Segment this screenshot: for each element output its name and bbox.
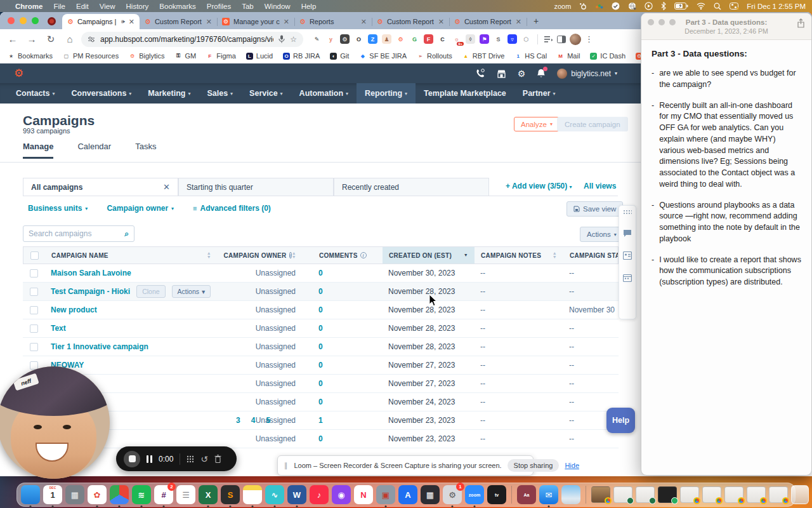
drag-dots-icon[interactable] [623, 210, 632, 215]
row-checkbox[interactable] [23, 301, 44, 319]
dock-app-freeform[interactable]: ∿ [265, 485, 284, 504]
analyze-button[interactable]: Analyze▾ [514, 117, 560, 131]
control-center-icon[interactable] [730, 3, 738, 10]
column-header-c-own[interactable]: CAMPAIGN OWNERi▲▼ [218, 247, 313, 264]
save-view-button[interactable]: Save view [566, 201, 623, 217]
menu-item-history[interactable]: History [126, 3, 149, 10]
address-bar[interactable]: app.hubspot.com/marketing/1976760/campai… [81, 32, 303, 47]
notes-titlebar[interactable]: Part 3 - Data questions: December 1, 202… [641, 13, 811, 40]
dock-app-podcasts[interactable]: ◉ [332, 485, 351, 504]
gather-extension-icon[interactable]: ♟ [382, 34, 391, 44]
nav-service[interactable]: Service▾ [241, 83, 291, 104]
row-checkbox[interactable] [23, 264, 44, 282]
filter-campaign-owner[interactable]: Campaign owner▾ [107, 204, 174, 213]
grid-icon[interactable] [187, 455, 194, 463]
dock-app-launchpad[interactable]: ▦ [65, 485, 84, 504]
reload-button[interactable]: ↻ [43, 34, 58, 45]
checkbox[interactable] [30, 361, 38, 370]
nav-automation[interactable]: Automation▾ [291, 83, 357, 104]
help-button[interactable]: Help [606, 408, 635, 433]
campaign-name-link[interactable]: Tier 1 Innovative campaign [51, 342, 148, 351]
minimized-window-photo[interactable] [591, 486, 610, 503]
minimized-window-excel-sheet[interactable] [636, 486, 655, 503]
nav-conversations[interactable]: Conversations▾ [63, 83, 140, 104]
mic-icon[interactable] [278, 35, 285, 43]
table-row[interactable]: Maison Sarah LavoineUnassigned0November … [23, 264, 619, 283]
bookmark-lucid[interactable]: LLucid [246, 52, 273, 60]
bookmark-hs-cal[interactable]: 1HS Cal [514, 52, 547, 60]
checkbox[interactable] [30, 269, 38, 277]
comments-link[interactable]: 0 [318, 287, 323, 296]
minimized-window-chrome-page[interactable] [680, 486, 699, 503]
pause-button[interactable] [147, 455, 152, 463]
chrome-menu-icon[interactable]: ⋮ [585, 34, 594, 44]
comments-link[interactable]: 0 [318, 342, 323, 351]
search-campaigns-input[interactable]: Search campaigns ⌕ [23, 225, 134, 242]
figma-extension-icon[interactable]: F [424, 34, 433, 44]
checkbox[interactable] [30, 324, 38, 333]
actions-button[interactable]: Actions▾ [580, 227, 624, 242]
campaign-name-link[interactable]: Maison Sarah Lavoine [51, 269, 131, 277]
browser-tab-3[interactable]: ⚙Reports✕ [294, 14, 372, 29]
hubspot-logo-icon[interactable]: ⚙ [14, 67, 23, 80]
menu-item-tab[interactable]: Tab [242, 3, 254, 10]
nav-sales[interactable]: Sales▾ [199, 83, 241, 104]
tab-close-icon[interactable]: ✕ [438, 18, 444, 26]
dock-app-news[interactable]: N [354, 485, 373, 504]
site-settings-icon[interactable] [88, 36, 95, 43]
close-view-icon[interactable]: ✕ [163, 182, 170, 192]
comments-link[interactable]: 0 [318, 434, 323, 443]
dock-app-finder[interactable] [21, 485, 40, 504]
trash-icon[interactable] [791, 485, 809, 504]
window-controls[interactable] [5, 12, 43, 29]
nav-template-marketplace[interactable]: Template Marketplace [416, 83, 514, 104]
row-checkbox[interactable] [23, 283, 44, 300]
table-row[interactable]: Unassigned0November 27, 2023---- [23, 375, 619, 393]
browser-tab-5[interactable]: ⚙Custom Report Build✕ [449, 14, 527, 29]
bookmark-rb-jira[interactable]: ORB JIRA [283, 52, 320, 60]
table-row[interactable]: TextUnassigned0November 28, 2023---- [23, 319, 619, 338]
dock-app-zoom[interactable]: zoom [465, 485, 484, 504]
tab-audio-icon[interactable]: 🕪 [121, 18, 125, 25]
notes-window-controls[interactable] [648, 19, 676, 25]
sort-icons[interactable]: ▲▼ [207, 251, 211, 259]
comments-link[interactable]: 0 [318, 324, 323, 333]
tab-close-icon[interactable]: ✕ [361, 18, 367, 26]
stop-recording-button[interactable] [124, 451, 140, 467]
globe-icon[interactable] [628, 2, 636, 10]
column-header-c-sta[interactable]: CAMPAIGN STA [563, 247, 618, 264]
browser-tab-0[interactable]: ⚙Campaigns | HubS🕪✕ [62, 14, 140, 29]
calendar-icon[interactable] [623, 274, 632, 282]
view-tab-recently-created[interactable]: Recently created [334, 178, 489, 196]
dock-app-word[interactable]: W [287, 485, 306, 504]
dock-app-appstore[interactable]: A [398, 485, 417, 504]
stripe-extension-icon[interactable]: S [494, 34, 503, 44]
comments-link[interactable]: 0 [318, 269, 323, 277]
tab-tasks[interactable]: Tasks [135, 142, 156, 159]
notes-body[interactable]: Part 3 - Data questions: -are we able to… [641, 40, 811, 297]
url-text[interactable]: app.hubspot.com/marketing/1976760/campai… [100, 35, 273, 44]
table-row[interactable]: Unassigned1November 23, 2023---- [23, 411, 619, 430]
dock-app-keypad[interactable]: ▦ [421, 485, 440, 504]
dock-app-sublime[interactable]: S [221, 485, 240, 504]
campaign-name-link[interactable]: Test Campaign - Hioki [51, 287, 130, 296]
column-header-c-not[interactable]: CAMPAIGN NOTES▲▼ [475, 247, 563, 264]
column-header-c-com[interactable]: COMMENTSi [313, 247, 383, 264]
bookmark-gm[interactable]: ⚿GM [175, 52, 197, 60]
phone-icon[interactable] [476, 69, 485, 78]
nav-partner[interactable]: Partner▾ [514, 83, 564, 104]
stop-sharing-button[interactable]: Stop sharing [508, 459, 560, 472]
menu-item-view[interactable]: View [100, 3, 115, 10]
table-row[interactable]: Test Campaign - HiokiCloneActions ▾Unass… [23, 283, 619, 301]
menu-app-name[interactable]: Chrome [15, 3, 43, 10]
marketplace-icon[interactable] [497, 69, 506, 78]
loom-extension-icon[interactable]: ▿ [508, 34, 517, 44]
menu-item-help[interactable]: Help [301, 3, 317, 10]
wifi-icon[interactable] [697, 3, 705, 10]
menu-item-profiles[interactable]: Profiles [207, 3, 231, 10]
select-all-checkbox[interactable] [23, 247, 45, 264]
dock-app-tv[interactable]: tv [487, 485, 506, 504]
clockwise-extension-icon[interactable]: C [438, 34, 447, 44]
filter-business-units[interactable]: Business units▾ [28, 204, 88, 213]
all-views-link[interactable]: All views [584, 182, 616, 190]
